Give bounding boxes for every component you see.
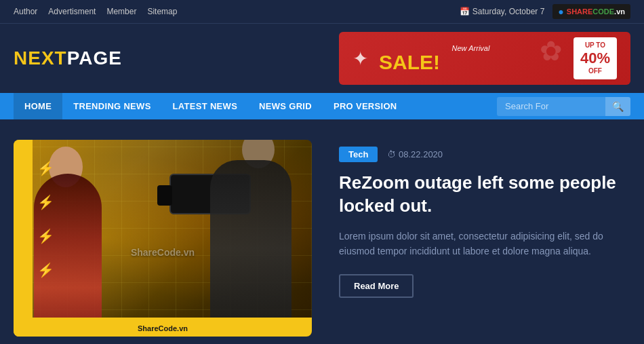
banner-text: New Arrival SALE! bbox=[379, 44, 563, 73]
site-logo[interactable]: NEXTPAGE bbox=[14, 47, 122, 69]
member-link[interactable]: Member bbox=[106, 7, 136, 16]
lightning-icon-1: ⚡ bbox=[37, 160, 54, 176]
nav-news-grid[interactable]: NEWS GRID bbox=[248, 93, 323, 119]
search-button[interactable]: 🔍 bbox=[605, 97, 630, 116]
search-bar[interactable]: 🔍 bbox=[497, 97, 630, 116]
article-excerpt: Lorem ipsum dolor sit amet, consectetur … bbox=[339, 229, 630, 259]
article-meta: Tech ⏱ 08.22.2020 bbox=[339, 147, 630, 162]
nav-pro-version[interactable]: PRO VERSION bbox=[323, 93, 408, 119]
image-watermark: ShareCode.vn bbox=[131, 247, 195, 258]
nav-home[interactable]: HOME bbox=[14, 93, 62, 119]
article-content: Tech ⏱ 08.22.2020 ReZoom outage left som… bbox=[339, 140, 630, 297]
sitemap-link[interactable]: Sitemap bbox=[147, 7, 177, 16]
image-bg: ShareCode.vn bbox=[14, 140, 312, 337]
person-right-body bbox=[210, 160, 291, 337]
header: NEXTPAGE ✦ New Arrival SALE! UP TO 40% O… bbox=[0, 24, 644, 93]
date-display: 📅 Saturday, October 7 bbox=[460, 7, 544, 16]
read-more-button[interactable]: Read More bbox=[339, 274, 414, 298]
banner-icon: ✦ bbox=[353, 47, 368, 70]
author-link[interactable]: Author bbox=[14, 7, 37, 16]
banner-discount: UP TO 40% OFF bbox=[573, 37, 617, 79]
top-bar-right: 📅 Saturday, October 7 ● SHARECODE.vn bbox=[460, 4, 630, 19]
featured-image: ⚡ ⚡ ⚡ ⚡ ShareCode.vn ShareCode.vn bbox=[14, 140, 312, 337]
yellow-corner-label: ShareCode.vn bbox=[138, 324, 188, 332]
banner-decoration: ✿ bbox=[540, 35, 563, 66]
navigation: HOME TRENDING NEWS LATEST NEWS NEWS GRID… bbox=[0, 93, 644, 119]
article-tag[interactable]: Tech bbox=[339, 147, 378, 162]
article-date: ⏱ 08.22.2020 bbox=[387, 149, 443, 159]
lightning-icon-2: ⚡ bbox=[37, 194, 54, 210]
lightning-icon-3: ⚡ bbox=[37, 228, 54, 244]
nav-latest-news[interactable]: LATEST NEWS bbox=[162, 93, 249, 119]
top-bar: Author Advertisment Member Sitemap 📅 Sat… bbox=[0, 0, 644, 24]
yellow-frame-bottom: ShareCode.vn bbox=[14, 318, 312, 337]
yellow-frame-left: ⚡ ⚡ ⚡ ⚡ bbox=[14, 140, 33, 337]
search-input[interactable] bbox=[497, 97, 605, 115]
article-title: ReZoom outage left some people locked ou… bbox=[339, 172, 630, 218]
nav-items: HOME TRENDING NEWS LATEST NEWS NEWS GRID… bbox=[14, 93, 497, 119]
advertisment-link[interactable]: Advertisment bbox=[48, 7, 96, 16]
sale-banner[interactable]: ✦ New Arrival SALE! UP TO 40% OFF ✿ bbox=[339, 32, 630, 85]
top-bar-links: Author Advertisment Member Sitemap bbox=[14, 7, 177, 16]
nav-trending-news[interactable]: TRENDING NEWS bbox=[62, 93, 161, 119]
main-content: ⚡ ⚡ ⚡ ⚡ ShareCode.vn ShareCode.vn Tech ⏱ bbox=[0, 119, 644, 344]
sharecode-logo: ● SHARECODE.vn bbox=[552, 4, 630, 19]
lightning-icon-4: ⚡ bbox=[37, 262, 54, 278]
